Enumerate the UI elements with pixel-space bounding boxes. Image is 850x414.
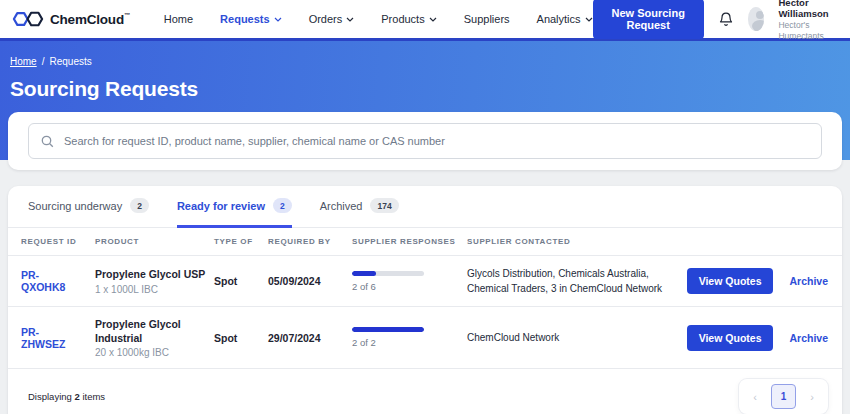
column-header-type: Type of (214, 237, 268, 246)
chemcloud-hexagons-icon (12, 9, 44, 29)
table-footer: Displaying 2 items ‹ 1 › (8, 369, 842, 414)
tab-ready-for-review[interactable]: Ready for review 2 (177, 186, 292, 228)
tab-count-badge: 2 (130, 198, 149, 213)
tab-archived[interactable]: Archived 174 (320, 186, 399, 228)
nav-item-products[interactable]: Products (381, 13, 436, 25)
product-cell: Propylene Glycol Industrial 20 x 1000kg … (95, 317, 214, 358)
requests-panel: Sourcing underway 2 Ready for review 2 A… (8, 186, 842, 414)
nav-item-analytics[interactable]: Analytics (537, 13, 593, 25)
supplier-responses-cell: 2 of 6 (352, 271, 467, 292)
nav-right: New Sourcing Request Hector Williamson H… (593, 0, 836, 42)
table-row: PR-ZHWSEZ Propylene Glycol Industrial 20… (8, 307, 842, 369)
chevron-down-icon (429, 17, 437, 22)
search-input[interactable] (64, 135, 809, 147)
archive-link[interactable]: Archive (789, 275, 828, 287)
product-cell: Propylene Glycol USP 1 x 1000L IBC (95, 267, 214, 294)
trademark: ™ (124, 12, 130, 18)
items-count: 2 (74, 391, 79, 402)
nav-item-home[interactable]: Home (164, 13, 193, 25)
user-name: Hector Williamson (778, 0, 836, 20)
pagination: ‹ 1 › (739, 379, 828, 414)
breadcrumb-current: Requests (49, 56, 91, 67)
response-progress-label: 2 of 6 (352, 281, 467, 292)
product-name: Propylene Glycol Industrial (95, 317, 214, 345)
brand-logo[interactable]: ChemCloud™ (12, 9, 130, 29)
column-header-required-by: Required by (268, 237, 352, 246)
column-header-product: Product (95, 237, 214, 246)
request-type: Spot (214, 275, 268, 287)
breadcrumb: Home / Requests (10, 56, 850, 67)
main-nav: Home Requests Orders Products Suppliers … (164, 13, 593, 25)
nav-item-requests[interactable]: Requests (220, 13, 282, 25)
column-header-supplier-responses: Supplier responses (352, 237, 467, 246)
view-quotes-button[interactable]: View Quotes (687, 268, 774, 294)
chevron-down-icon (346, 17, 354, 22)
search-box[interactable] (28, 123, 822, 159)
breadcrumb-home-link[interactable]: Home (10, 56, 37, 67)
product-quantity: 1 x 1000L IBC (95, 284, 214, 295)
brand-name: ChemCloud™ (50, 12, 130, 27)
row-actions: View Quotes Archive (703, 268, 828, 294)
nav-item-suppliers[interactable]: Suppliers (464, 13, 510, 25)
suppliers-contacted: Glycols Distribution, Chemicals Australi… (467, 266, 703, 296)
user-company: Hector's Humectants (778, 20, 836, 41)
table-header-row: Request ID Product Type of Required by S… (8, 228, 842, 256)
search-card (8, 112, 842, 170)
search-icon (41, 135, 54, 148)
page-number-button[interactable]: 1 (771, 384, 796, 409)
previous-page-icon[interactable]: ‹ (744, 385, 766, 409)
page-title: Sourcing Requests (10, 77, 850, 101)
next-page-icon[interactable]: › (801, 385, 823, 409)
chevron-down-icon (585, 17, 593, 22)
response-progress-bar (352, 271, 424, 276)
chevron-down-icon (274, 17, 282, 22)
user-avatar[interactable] (748, 7, 765, 31)
column-header-request-id: Request ID (21, 237, 95, 246)
request-id-link[interactable]: PR-QXOHK8 (21, 269, 77, 293)
required-by-date: 05/09/2024 (268, 275, 352, 287)
tab-count-badge: 2 (273, 198, 292, 213)
items-count-text: Displaying 2 items (28, 391, 105, 402)
request-type: Spot (214, 332, 268, 344)
view-quotes-button[interactable]: View Quotes (687, 325, 774, 351)
archive-link[interactable]: Archive (789, 332, 828, 344)
required-by-date: 29/07/2024 (268, 332, 352, 344)
tab-count-badge: 174 (370, 198, 398, 213)
product-quantity: 20 x 1000kg IBC (95, 347, 214, 358)
tab-bar: Sourcing underway 2 Ready for review 2 A… (8, 186, 842, 228)
tab-sourcing-underway[interactable]: Sourcing underway 2 (28, 186, 149, 228)
request-id-link[interactable]: PR-ZHWSEZ (21, 326, 77, 350)
table-row: PR-QXOHK8 Propylene Glycol USP 1 x 1000L… (8, 256, 842, 307)
row-actions: View Quotes Archive (703, 325, 828, 351)
product-name: Propylene Glycol USP (95, 267, 214, 281)
response-progress-label: 2 of 2 (352, 337, 467, 348)
supplier-responses-cell: 2 of 2 (352, 327, 467, 348)
top-nav: ChemCloud™ Home Requests Orders Products… (0, 0, 850, 38)
response-progress-bar (352, 327, 424, 332)
breadcrumb-separator: / (42, 56, 45, 67)
column-header-supplier-contacted: Supplier contacted (467, 237, 703, 246)
user-meta: Hector Williamson Hector's Humectants (778, 0, 836, 42)
new-sourcing-request-button[interactable]: New Sourcing Request (593, 0, 704, 39)
nav-item-orders[interactable]: Orders (309, 13, 355, 25)
suppliers-contacted: ChemCloud Network (467, 330, 703, 345)
notification-bell-icon[interactable] (718, 11, 734, 28)
